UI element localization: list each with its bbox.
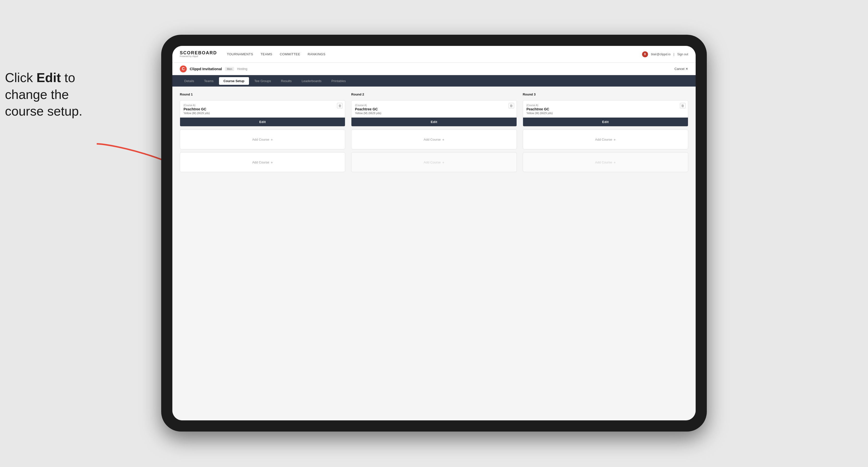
round-3-course-name: Peachtree GC — [527, 107, 684, 111]
instruction-text: Click Edit tochange thecourse setup. — [5, 69, 102, 120]
round-3-delete-button[interactable]: 🗑 — [680, 103, 685, 108]
hosting-badge: Hosting — [237, 67, 247, 71]
tab-tee-groups[interactable]: Tee Groups — [250, 77, 276, 85]
trash-icon: 🗑 — [509, 104, 513, 107]
tournament-bar: C Clippd Invitational Men Hosting Cancel… — [173, 63, 695, 75]
round-2-course-card: (Course A) Peachtree GC Yellow (M) (6629… — [351, 100, 517, 126]
main-content: Round 1 (Course A) Peachtree GC Yellow (… — [173, 87, 695, 421]
tab-teams[interactable]: Teams — [199, 77, 218, 85]
nav-right: B blair@clippd.io | Sign out — [642, 51, 688, 57]
round-1-delete-button[interactable]: 🗑 — [337, 103, 342, 108]
round-2-label: Round 2 — [351, 93, 517, 96]
round-1-course-card: (Course A) Peachtree GC Yellow (M) (6629… — [180, 100, 345, 126]
logo-scoreboard: SCOREBOARD — [180, 51, 217, 56]
nav-tournaments[interactable]: TOURNAMENTS — [227, 52, 253, 56]
round-3-course-card: (Course A) Peachtree GC Yellow (M) (6629… — [523, 100, 688, 126]
round-3-label: Round 3 — [523, 93, 688, 96]
plus-icon: + — [614, 160, 616, 164]
nav-committee[interactable]: COMMITTEE — [280, 52, 300, 56]
nav-left: SCOREBOARD Powered by clippd TOURNAMENTS… — [180, 51, 326, 58]
round-2-delete-button[interactable]: 🗑 — [509, 103, 514, 108]
tab-leaderboards[interactable]: Leaderboards — [297, 77, 326, 85]
round-2-course-name: Peachtree GC — [355, 107, 513, 111]
trash-icon: 🗑 — [681, 104, 684, 107]
trash-icon: 🗑 — [338, 104, 341, 107]
round-2-add-course-2: Add Course + — [351, 152, 517, 172]
user-avatar: B — [642, 51, 648, 57]
round-2-course-tag: (Course A) — [355, 104, 513, 107]
tab-details[interactable]: Details — [180, 77, 199, 85]
user-email: blair@clippd.io — [651, 53, 671, 56]
clippd-logo: C — [180, 65, 187, 72]
nav-links: TOURNAMENTS TEAMS COMMITTEE RANKINGS — [227, 52, 326, 56]
round-1-course-details: Yellow (M) (6629 yds) — [184, 112, 341, 115]
tabs-bar: Details Teams Course Setup Tee Groups Re… — [173, 75, 695, 87]
tournament-name: Clippd Invitational — [190, 67, 222, 71]
round-1-course-tag: (Course A) — [184, 104, 341, 107]
app-content: SCOREBOARD Powered by clippd TOURNAMENTS… — [173, 46, 695, 421]
round-3-add-course-2: Add Course + — [523, 152, 688, 172]
tablet-frame: SCOREBOARD Powered by clippd TOURNAMENTS… — [161, 35, 707, 432]
round-1-label: Round 1 — [180, 93, 345, 96]
rounds-grid: Round 1 (Course A) Peachtree GC Yellow (… — [180, 93, 688, 172]
gender-badge: Men — [225, 67, 234, 71]
logo-area: SCOREBOARD Powered by clippd — [180, 51, 217, 58]
tab-course-setup[interactable]: Course Setup — [219, 77, 249, 85]
tournament-info: C Clippd Invitational Men Hosting — [180, 65, 247, 72]
round-1-course-name: Peachtree GC — [184, 107, 341, 111]
round-2-edit-button[interactable]: Edit — [351, 118, 516, 126]
round-3-course-tag: (Course A) — [527, 104, 684, 107]
plus-icon: + — [442, 160, 444, 164]
nav-separator: | — [674, 53, 674, 56]
round-3-column: Round 3 (Course A) Peachtree GC Yellow (… — [523, 93, 688, 172]
plus-icon: + — [271, 137, 273, 142]
logo-sub: Powered by clippd — [180, 55, 217, 58]
round-3-add-course-1[interactable]: Add Course + — [523, 129, 688, 149]
round-1-add-course-2[interactable]: Add Course + — [180, 152, 345, 172]
tab-printables[interactable]: Printables — [327, 77, 350, 85]
tablet-screen: SCOREBOARD Powered by clippd TOURNAMENTS… — [173, 46, 695, 421]
round-3-edit-button[interactable]: Edit — [523, 118, 688, 126]
round-1-edit-button[interactable]: Edit — [180, 118, 345, 126]
plus-icon: + — [271, 160, 273, 164]
cancel-button[interactable]: Cancel ✕ — [675, 67, 688, 71]
round-1-add-course-1[interactable]: Add Course + — [180, 129, 345, 149]
cancel-x-icon: ✕ — [685, 67, 688, 71]
round-3-course-details: Yellow (M) (6629 yds) — [527, 112, 684, 115]
tab-results[interactable]: Results — [277, 77, 296, 85]
sign-out-link[interactable]: Sign out — [677, 53, 688, 56]
round-2-column: Round 2 (Course A) Peachtree GC Yellow (… — [351, 93, 517, 172]
plus-icon: + — [442, 137, 444, 142]
nav-teams[interactable]: TEAMS — [261, 52, 272, 56]
instruction-prefix: Click — [5, 70, 36, 85]
round-2-add-course-1[interactable]: Add Course + — [351, 129, 517, 149]
top-nav: SCOREBOARD Powered by clippd TOURNAMENTS… — [173, 46, 695, 63]
nav-rankings[interactable]: RANKINGS — [308, 52, 326, 56]
round-2-course-details: Yellow (M) (6629 yds) — [355, 112, 513, 115]
round-1-column: Round 1 (Course A) Peachtree GC Yellow (… — [180, 93, 345, 172]
plus-icon: + — [614, 137, 616, 142]
instruction-bold: Edit — [36, 70, 61, 85]
